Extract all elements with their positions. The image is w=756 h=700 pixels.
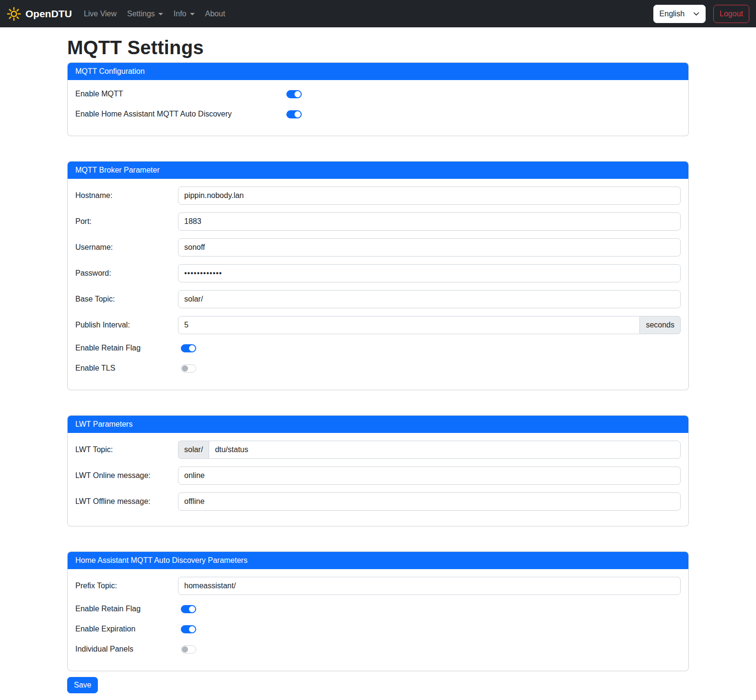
hostname-row: Hostname:	[75, 187, 681, 205]
chevron-down-icon	[693, 11, 699, 17]
publish-interval-unit: seconds	[640, 316, 681, 334]
broker-tls-toggle[interactable]	[181, 364, 196, 373]
enable-mqtt-toggle[interactable]	[286, 90, 302, 98]
password-row: Password:	[75, 264, 681, 282]
card-header: MQTT Configuration	[68, 63, 688, 80]
lwt-topic-label: LWT Topic:	[75, 445, 178, 454]
prefix-topic-field[interactable]	[178, 577, 681, 595]
password-field[interactable]	[178, 264, 681, 282]
broker-retain-row: Enable Retain Flag	[75, 342, 681, 354]
logout-button[interactable]: Logout	[713, 5, 749, 23]
language-select[interactable]: English	[653, 5, 706, 23]
lwt-offline-field[interactable]	[178, 492, 681, 511]
username-row: Username:	[75, 238, 681, 257]
ha-expiration-row: Enable Expiration	[75, 623, 681, 635]
base-topic-row: Base Topic:	[75, 290, 681, 308]
lwt-parameters-card: LWT Parameters LWT Topic: solar/ LWT Onl…	[67, 415, 689, 526]
mqtt-configuration-card: MQTT Configuration Enable MQTT Enable Ho…	[67, 62, 689, 136]
nav-item-label: About	[205, 10, 225, 18]
mqtt-broker-card: MQTT Broker Parameter Hostname: Port: Us…	[67, 161, 689, 390]
enable-mqtt-row: Enable MQTT	[75, 88, 681, 100]
save-button[interactable]: Save	[67, 677, 98, 693]
publish-interval-row: Publish Interval: seconds	[75, 316, 681, 334]
nav-item-info[interactable]: Info	[168, 6, 200, 22]
ha-individual-panels-toggle[interactable]	[181, 645, 196, 653]
ha-individual-panels-row: Individual Panels	[75, 643, 681, 655]
lwt-topic-row: LWT Topic: solar/	[75, 441, 681, 459]
page-title: MQTT Settings	[67, 37, 689, 58]
port-field[interactable]	[178, 212, 681, 231]
publish-interval-field[interactable]	[178, 316, 640, 334]
nav-item-label: Live View	[84, 10, 117, 18]
toggle-knob	[182, 646, 188, 653]
nav-item-live-view[interactable]: Live View	[79, 6, 122, 22]
publish-interval-group: seconds	[178, 316, 681, 334]
lwt-topic-field[interactable]	[209, 441, 681, 459]
enable-ha-discovery-toggle[interactable]	[286, 110, 302, 118]
card-header: LWT Parameters	[68, 416, 688, 433]
nav-links: Live View Settings Info About	[79, 6, 231, 22]
ha-expiration-toggle[interactable]	[181, 625, 196, 633]
toggle-knob	[295, 91, 301, 97]
prefix-topic-row: Prefix Topic:	[75, 577, 681, 595]
ha-retain-toggle[interactable]	[181, 605, 196, 613]
broker-retain-toggle[interactable]	[181, 344, 196, 352]
brand-opendtu[interactable]: OpenDTU	[7, 7, 72, 21]
password-label: Password:	[75, 269, 178, 278]
ha-retain-label: Enable Retain Flag	[75, 605, 178, 613]
brand-label: OpenDTU	[25, 8, 72, 20]
card-body: Hostname: Port: Username: Password: Base…	[68, 179, 688, 390]
lwt-topic-prefix: solar/	[178, 441, 209, 459]
card-body: LWT Topic: solar/ LWT Online message: LW…	[68, 433, 688, 526]
toggle-knob	[189, 606, 195, 612]
lwt-online-row: LWT Online message:	[75, 467, 681, 485]
ha-retain-row: Enable Retain Flag	[75, 603, 681, 615]
card-header: Home Assistant MQTT Auto Discovery Param…	[68, 552, 688, 569]
base-topic-label: Base Topic:	[75, 295, 178, 303]
toggle-knob	[182, 365, 188, 372]
broker-tls-row: Enable TLS	[75, 362, 681, 374]
port-row: Port:	[75, 212, 681, 231]
toggle-knob	[189, 345, 195, 351]
broker-retain-label: Enable Retain Flag	[75, 344, 178, 352]
publish-interval-label: Publish Interval:	[75, 321, 178, 329]
port-label: Port:	[75, 217, 178, 226]
enable-mqtt-label: Enable MQTT	[75, 90, 284, 98]
ha-discovery-card: Home Assistant MQTT Auto Discovery Param…	[67, 551, 689, 671]
sun-icon	[7, 7, 21, 21]
nav-item-label: Info	[174, 10, 187, 18]
ha-expiration-label: Enable Expiration	[75, 625, 178, 633]
enable-ha-discovery-label: Enable Home Assistant MQTT Auto Discover…	[75, 110, 284, 118]
nav-item-settings[interactable]: Settings	[122, 6, 168, 22]
broker-tls-label: Enable TLS	[75, 364, 178, 373]
nav-item-about[interactable]: About	[200, 6, 231, 22]
nav-item-label: Settings	[127, 10, 155, 18]
lwt-offline-label: LWT Offline message:	[75, 497, 178, 506]
enable-ha-discovery-row: Enable Home Assistant MQTT Auto Discover…	[75, 108, 681, 120]
lwt-topic-group: solar/	[178, 441, 681, 459]
username-label: Username:	[75, 243, 178, 252]
toggle-knob	[295, 111, 301, 117]
language-selected-value: English	[660, 10, 685, 18]
chevron-down-icon	[190, 13, 195, 15]
chevron-down-icon	[158, 13, 163, 15]
lwt-online-field[interactable]	[178, 467, 681, 485]
hostname-label: Hostname:	[75, 191, 178, 200]
toggle-knob	[189, 626, 195, 632]
hostname-field[interactable]	[178, 187, 681, 205]
username-field[interactable]	[178, 238, 681, 257]
lwt-online-label: LWT Online message:	[75, 471, 178, 480]
base-topic-field[interactable]	[178, 290, 681, 308]
ha-individual-panels-label: Individual Panels	[75, 645, 178, 653]
lwt-offline-row: LWT Offline message:	[75, 492, 681, 511]
top-navbar: OpenDTU Live View Settings Info About En…	[0, 0, 756, 27]
card-header: MQTT Broker Parameter	[68, 162, 688, 179]
card-body: Prefix Topic: Enable Retain Flag Enable …	[68, 569, 688, 671]
prefix-topic-label: Prefix Topic:	[75, 582, 178, 590]
card-body: Enable MQTT Enable Home Assistant MQTT A…	[68, 80, 688, 136]
